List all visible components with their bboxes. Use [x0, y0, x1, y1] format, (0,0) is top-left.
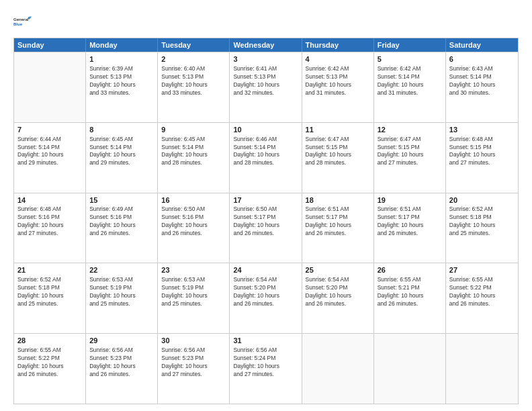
- day-number: 2: [161, 54, 226, 64]
- day-number: 22: [89, 265, 154, 275]
- calendar-day-cell: 29Sunrise: 6:56 AM Sunset: 5:23 PM Dayli…: [86, 334, 158, 404]
- day-info: Sunrise: 6:51 AM Sunset: 5:17 PM Dayligh…: [306, 205, 370, 238]
- calendar-day-cell: 11Sunrise: 6:47 AM Sunset: 5:15 PM Dayli…: [302, 123, 374, 193]
- day-info: Sunrise: 6:47 AM Sunset: 5:15 PM Dayligh…: [378, 136, 442, 168]
- day-number: 12: [378, 125, 442, 135]
- day-number: 30: [161, 336, 226, 346]
- day-number: 1: [89, 54, 154, 64]
- calendar-day-cell: 30Sunrise: 6:56 AM Sunset: 5:23 PM Dayli…: [158, 334, 230, 404]
- calendar-day-cell: 2Sunrise: 6:40 AM Sunset: 5:13 PM Daylig…: [158, 52, 230, 122]
- day-info: Sunrise: 6:55 AM Sunset: 5:22 PM Dayligh…: [17, 347, 82, 379]
- day-number: 27: [449, 265, 515, 275]
- day-number: 8: [89, 125, 154, 135]
- day-info: Sunrise: 6:44 AM Sunset: 5:14 PM Dayligh…: [17, 136, 82, 168]
- day-of-week-header: Thursday: [302, 38, 374, 52]
- calendar-day-cell: 1Sunrise: 6:39 AM Sunset: 5:13 PM Daylig…: [86, 52, 158, 122]
- day-info: Sunrise: 6:56 AM Sunset: 5:23 PM Dayligh…: [89, 347, 154, 379]
- empty-cell: [446, 334, 518, 404]
- calendar-day-cell: 26Sunrise: 6:55 AM Sunset: 5:21 PM Dayli…: [374, 263, 446, 333]
- day-info: Sunrise: 6:56 AM Sunset: 5:24 PM Dayligh…: [233, 347, 298, 379]
- calendar-body: 1Sunrise: 6:39 AM Sunset: 5:13 PM Daylig…: [14, 52, 518, 404]
- day-of-week-header: Saturday: [446, 38, 518, 52]
- logo-icon: GeneralBlue: [13, 12, 32, 31]
- empty-cell: [302, 334, 374, 404]
- calendar-day-cell: 20Sunrise: 6:52 AM Sunset: 5:18 PM Dayli…: [446, 193, 518, 263]
- day-number: 16: [161, 195, 226, 205]
- day-info: Sunrise: 6:45 AM Sunset: 5:14 PM Dayligh…: [89, 136, 154, 168]
- day-info: Sunrise: 6:56 AM Sunset: 5:23 PM Dayligh…: [161, 347, 226, 379]
- day-info: Sunrise: 6:50 AM Sunset: 5:17 PM Dayligh…: [233, 205, 298, 238]
- calendar-day-cell: 4Sunrise: 6:42 AM Sunset: 5:13 PM Daylig…: [302, 52, 374, 122]
- calendar-row: 14Sunrise: 6:48 AM Sunset: 5:16 PM Dayli…: [14, 193, 518, 263]
- day-of-week-header: Sunday: [14, 38, 86, 52]
- day-info: Sunrise: 6:48 AM Sunset: 5:16 PM Dayligh…: [17, 205, 82, 238]
- day-number: 10: [233, 125, 298, 135]
- calendar-header: SundayMondayTuesdayWednesdayThursdayFrid…: [14, 38, 518, 52]
- calendar: SundayMondayTuesdayWednesdayThursdayFrid…: [13, 38, 519, 404]
- calendar-row: 21Sunrise: 6:52 AM Sunset: 5:18 PM Dayli…: [14, 263, 518, 333]
- calendar-row: 1Sunrise: 6:39 AM Sunset: 5:13 PM Daylig…: [14, 52, 518, 122]
- day-number: 9: [161, 125, 226, 135]
- day-number: 28: [17, 336, 82, 346]
- day-info: Sunrise: 6:51 AM Sunset: 5:17 PM Dayligh…: [378, 205, 442, 238]
- day-number: 26: [378, 265, 442, 275]
- day-number: 11: [306, 125, 370, 135]
- calendar-day-cell: 9Sunrise: 6:45 AM Sunset: 5:14 PM Daylig…: [158, 123, 230, 193]
- svg-text:General: General: [13, 17, 29, 21]
- day-of-week-header: Friday: [374, 38, 446, 52]
- svg-text:Blue: Blue: [13, 22, 23, 26]
- day-number: 5: [378, 54, 442, 64]
- calendar-page: GeneralBlue SundayMondayTuesdayWednesday…: [0, 0, 532, 411]
- calendar-day-cell: 27Sunrise: 6:55 AM Sunset: 5:22 PM Dayli…: [446, 263, 518, 333]
- day-number: 23: [161, 265, 226, 275]
- day-info: Sunrise: 6:50 AM Sunset: 5:16 PM Dayligh…: [161, 205, 226, 238]
- day-number: 19: [378, 195, 442, 205]
- day-info: Sunrise: 6:39 AM Sunset: 5:13 PM Dayligh…: [89, 65, 154, 97]
- day-number: 21: [17, 265, 82, 275]
- calendar-day-cell: 22Sunrise: 6:53 AM Sunset: 5:19 PM Dayli…: [86, 263, 158, 333]
- day-number: 29: [89, 336, 154, 346]
- day-number: 15: [89, 195, 154, 205]
- calendar-day-cell: 31Sunrise: 6:56 AM Sunset: 5:24 PM Dayli…: [230, 334, 302, 404]
- calendar-day-cell: 21Sunrise: 6:52 AM Sunset: 5:18 PM Dayli…: [14, 263, 86, 333]
- day-number: 7: [17, 125, 82, 135]
- day-number: 14: [17, 195, 82, 205]
- day-info: Sunrise: 6:54 AM Sunset: 5:20 PM Dayligh…: [306, 276, 370, 308]
- day-number: 3: [233, 54, 298, 64]
- day-info: Sunrise: 6:52 AM Sunset: 5:18 PM Dayligh…: [449, 205, 515, 238]
- calendar-day-cell: 23Sunrise: 6:53 AM Sunset: 5:19 PM Dayli…: [158, 263, 230, 333]
- day-info: Sunrise: 6:49 AM Sunset: 5:16 PM Dayligh…: [89, 205, 154, 238]
- day-info: Sunrise: 6:40 AM Sunset: 5:13 PM Dayligh…: [161, 65, 226, 97]
- header: GeneralBlue: [13, 12, 519, 31]
- day-number: 13: [449, 125, 515, 135]
- day-info: Sunrise: 6:46 AM Sunset: 5:14 PM Dayligh…: [233, 136, 298, 168]
- day-info: Sunrise: 6:42 AM Sunset: 5:14 PM Dayligh…: [378, 65, 442, 97]
- calendar-day-cell: 18Sunrise: 6:51 AM Sunset: 5:17 PM Dayli…: [302, 193, 374, 263]
- calendar-day-cell: 3Sunrise: 6:41 AM Sunset: 5:13 PM Daylig…: [230, 52, 302, 122]
- day-info: Sunrise: 6:54 AM Sunset: 5:20 PM Dayligh…: [233, 276, 298, 308]
- calendar-day-cell: 15Sunrise: 6:49 AM Sunset: 5:16 PM Dayli…: [86, 193, 158, 263]
- calendar-day-cell: 17Sunrise: 6:50 AM Sunset: 5:17 PM Dayli…: [230, 193, 302, 263]
- calendar-day-cell: 8Sunrise: 6:45 AM Sunset: 5:14 PM Daylig…: [86, 123, 158, 193]
- day-number: 24: [233, 265, 298, 275]
- day-info: Sunrise: 6:53 AM Sunset: 5:19 PM Dayligh…: [161, 276, 226, 308]
- day-number: 25: [306, 265, 370, 275]
- day-number: 17: [233, 195, 298, 205]
- calendar-day-cell: 19Sunrise: 6:51 AM Sunset: 5:17 PM Dayli…: [374, 193, 446, 263]
- day-of-week-header: Monday: [86, 38, 158, 52]
- empty-cell: [374, 334, 446, 404]
- day-info: Sunrise: 6:43 AM Sunset: 5:14 PM Dayligh…: [449, 65, 515, 97]
- calendar-day-cell: 28Sunrise: 6:55 AM Sunset: 5:22 PM Dayli…: [14, 334, 86, 404]
- day-info: Sunrise: 6:53 AM Sunset: 5:19 PM Dayligh…: [89, 276, 154, 308]
- calendar-day-cell: 10Sunrise: 6:46 AM Sunset: 5:14 PM Dayli…: [230, 123, 302, 193]
- calendar-day-cell: 12Sunrise: 6:47 AM Sunset: 5:15 PM Dayli…: [374, 123, 446, 193]
- logo: GeneralBlue: [13, 12, 32, 31]
- empty-cell: [14, 52, 86, 122]
- day-number: 18: [306, 195, 370, 205]
- day-number: 20: [449, 195, 515, 205]
- calendar-day-cell: 7Sunrise: 6:44 AM Sunset: 5:14 PM Daylig…: [14, 123, 86, 193]
- calendar-day-cell: 16Sunrise: 6:50 AM Sunset: 5:16 PM Dayli…: [158, 193, 230, 263]
- calendar-day-cell: 5Sunrise: 6:42 AM Sunset: 5:14 PM Daylig…: [374, 52, 446, 122]
- calendar-row: 28Sunrise: 6:55 AM Sunset: 5:22 PM Dayli…: [14, 333, 518, 404]
- calendar-day-cell: 6Sunrise: 6:43 AM Sunset: 5:14 PM Daylig…: [446, 52, 518, 122]
